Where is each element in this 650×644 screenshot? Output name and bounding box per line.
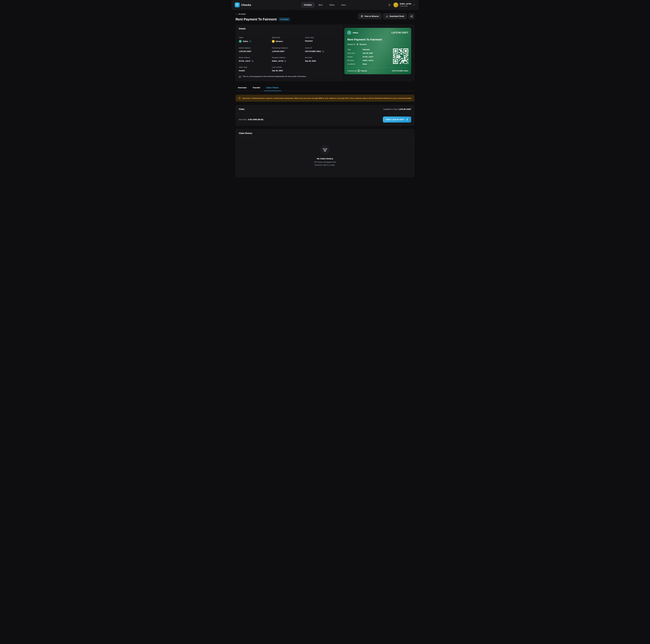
field-check-id: Check ID CDT-9743DP-JW11 [305, 47, 338, 53]
card-row-receiver: Reciever0x621...bn7ta [347, 60, 391, 61]
empty-title: No Claim History [317, 158, 333, 160]
field-claim-type: Claim Type Instant [239, 66, 272, 72]
claim-history-panel: Claim History No Claim History The histo… [236, 129, 414, 177]
claim-button[interactable]: Claim 1,675.90 USDT [383, 116, 411, 123]
open-box-icon [320, 145, 330, 155]
chevron-down-icon [413, 4, 415, 6]
external-link-icon[interactable] [249, 40, 251, 42]
binance-icon: ❖ [272, 40, 275, 43]
tab-claim-tokens[interactable]: Claim Tokens [264, 85, 281, 91]
field-minter-address: Minter Address 0x718...c4s17 [239, 57, 272, 62]
empty-text-line: whenever there’s a claim. [315, 164, 335, 166]
wallet-address: 0x621...bn7ta [400, 3, 411, 5]
app-header: C Checks Portfolio Mint Token Docs 0x621… [231, 0, 419, 10]
gas-fees: Gas Fees:0.001 BNB ($0.84) [239, 118, 263, 121]
qr-code [393, 48, 408, 64]
card-row-sent-date: Sent DateSep 30, 2025 [347, 52, 391, 54]
card-token-name: Tether [353, 32, 358, 34]
claim-history-heading: Claim History [236, 129, 414, 137]
details-section: Details Token T Tether [236, 25, 341, 81]
check-card: T Tether 1,675.90 USDT Rent Payment To F… [345, 28, 411, 74]
status-dot-icon [280, 19, 281, 20]
page-title: Rent Payment To Fairmont [236, 18, 277, 21]
brand-name: Checks [241, 3, 251, 6]
tether-icon: T [239, 40, 242, 43]
card-row-sender: Sender0x718...c4s17 [347, 56, 391, 58]
checks-logo-icon: C [235, 2, 240, 7]
check-card-section: T Tether 1,675.90 USDT Rent Payment To F… [341, 25, 414, 81]
field-initial-collateral: Initial Collateral 1,675.90 USDT [239, 47, 272, 53]
tether-icon: T [347, 31, 351, 35]
details-heading: Details [236, 25, 341, 33]
chevron-left-icon [236, 13, 237, 15]
field-recipient-address: Recipient Address 0x621...bn7ta [272, 57, 305, 62]
checks-logo-icon: C [358, 70, 360, 72]
field-check-type: Check Type Payment [305, 37, 338, 43]
field-blockchain: Blockchain ❖ Binance [272, 37, 305, 43]
empty-text-line: The history will appear here [314, 161, 336, 163]
globe-icon [361, 15, 363, 18]
download-icon [386, 15, 388, 18]
info-icon [238, 97, 241, 100]
comment-icon [239, 75, 241, 78]
claim-heading: Claim [239, 108, 245, 110]
brand: C Checks [235, 2, 251, 7]
binance-diamond-icon [356, 43, 359, 45]
check-note: This is a rent payment to the Fairmont A… [236, 73, 341, 81]
field-remaining-collateral: Remaining Collateral 1,675.90 USDT [272, 47, 305, 53]
go-back-button[interactable]: Go back [236, 12, 246, 15]
card-title: Rent Payment To Fairmont [347, 38, 408, 41]
wallet-menu[interactable]: 0x621...bn7ta 6.032 BNB [393, 2, 415, 7]
status-badge: Funded [279, 18, 290, 21]
card-row-conditions: ConditionsNone [347, 63, 391, 65]
claim-history-empty-state: No Claim History The history will appear… [236, 137, 414, 177]
header-right: 0x621...bn7ta 6.032 BNB [388, 2, 415, 7]
available-to-claim: Available to Claim1,675.90 USDT [383, 108, 411, 110]
tab-overview[interactable]: Overview [236, 85, 249, 91]
nav-portfolio[interactable]: Portfolio [301, 2, 315, 8]
download-check-button[interactable]: Download Check [383, 13, 407, 19]
detail-tabs: Overview Transfer Claim Tokens [236, 85, 414, 91]
wallet-balance: 6.032 BNB [400, 5, 411, 7]
nav-mint[interactable]: Mint [316, 2, 325, 8]
nav-token[interactable]: Token [326, 2, 337, 8]
share-button[interactable] [408, 13, 414, 19]
field-token: Token T Tether [239, 37, 272, 43]
powered-by: Powered by C Checks [347, 70, 367, 72]
page-content: Go back Rent Payment To Fairmont Funded … [231, 10, 419, 182]
wallet-avatar [393, 2, 398, 7]
view-on-binance-button[interactable]: View on Binance [358, 13, 382, 19]
field-mint-date: Mint Date Sep 30, 2025 [305, 57, 338, 62]
copy-icon[interactable] [252, 60, 253, 62]
coins-icon [406, 118, 408, 121]
claim-panel: Claim Available to Claim1,675.90 USDT Ga… [236, 105, 414, 126]
copy-icon[interactable] [322, 50, 324, 53]
card-row-type: TypePayment [347, 48, 391, 50]
field-last-transfer: Last Transfer Sep 30, 2025 [272, 66, 305, 72]
check-number: #CDT-9743DP-JW11 [392, 70, 408, 72]
share-icon [410, 15, 413, 18]
card-minted-on: Minted on Binance [347, 43, 408, 45]
notifications-bell-icon[interactable] [388, 3, 391, 6]
card-amount: 1,675.90 USDT [391, 31, 408, 34]
copy-icon[interactable] [284, 60, 286, 62]
check-details-panel: Details Token T Tether [236, 25, 414, 81]
tab-transfer[interactable]: Transfer [250, 85, 263, 91]
main-nav: Portfolio Mint Token Docs [301, 2, 349, 8]
claim-warning-banner: Important: Claiming tokens requires a bl… [236, 95, 414, 102]
nav-docs[interactable]: Docs [338, 2, 349, 8]
